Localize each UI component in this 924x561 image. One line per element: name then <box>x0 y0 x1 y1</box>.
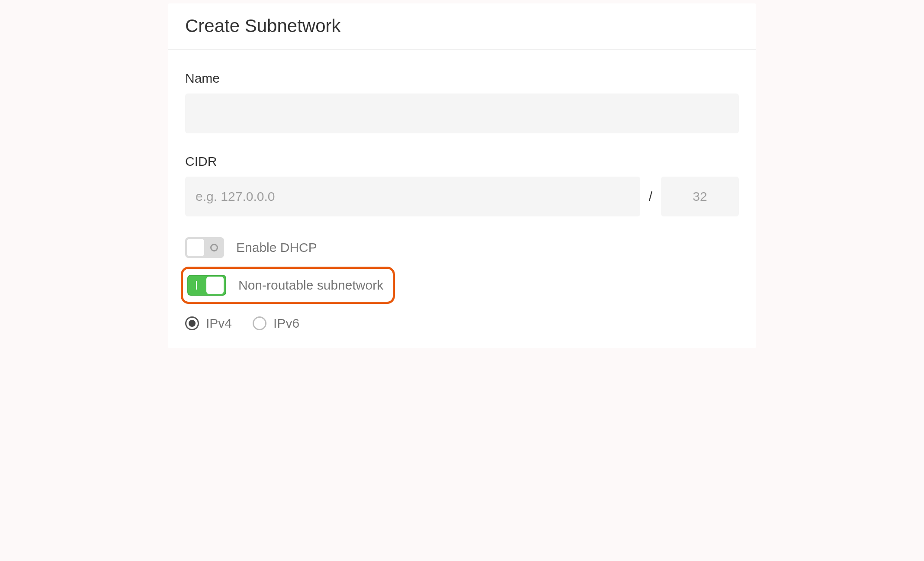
ipv6-radio[interactable]: IPv6 <box>253 316 299 331</box>
non-routable-highlight: Non-routable subnetwork <box>181 267 395 304</box>
panel-body: Name CIDR / Enable DHCP Non-routable s <box>168 50 756 348</box>
radio-unchecked-icon <box>253 316 266 330</box>
ipv6-label: IPv6 <box>273 316 299 331</box>
ip-version-group: IPv4 IPv6 <box>185 316 739 331</box>
toggle-knob <box>187 239 204 256</box>
cidr-group: CIDR / <box>185 154 739 216</box>
panel-header: Create Subnetwork <box>168 3 756 50</box>
name-group: Name <box>185 71 739 133</box>
radio-checked-icon <box>185 316 199 330</box>
toggle-off-icon <box>210 244 218 251</box>
toggle-knob <box>206 277 224 294</box>
non-routable-toggle-label: Non-routable subnetwork <box>238 278 383 293</box>
cidr-label: CIDR <box>185 154 739 169</box>
toggle-on-icon <box>196 281 197 290</box>
dhcp-toggle-label: Enable DHCP <box>236 240 317 255</box>
dhcp-toggle[interactable] <box>185 237 224 258</box>
ipv4-radio[interactable]: IPv4 <box>185 316 232 331</box>
ipv4-label: IPv4 <box>206 316 232 331</box>
name-input[interactable] <box>185 94 739 133</box>
cidr-slash: / <box>649 189 652 204</box>
cidr-prefix-input[interactable] <box>661 177 739 216</box>
non-routable-toggle[interactable] <box>187 275 226 296</box>
radio-dot-icon <box>189 320 196 327</box>
dhcp-toggle-row: Enable DHCP <box>185 237 739 258</box>
panel-title: Create Subnetwork <box>185 16 739 36</box>
cidr-ip-input[interactable] <box>185 177 640 216</box>
name-label: Name <box>185 71 739 86</box>
cidr-row: / <box>185 177 739 216</box>
create-subnetwork-panel: Create Subnetwork Name CIDR / Enable DHC… <box>168 3 756 348</box>
